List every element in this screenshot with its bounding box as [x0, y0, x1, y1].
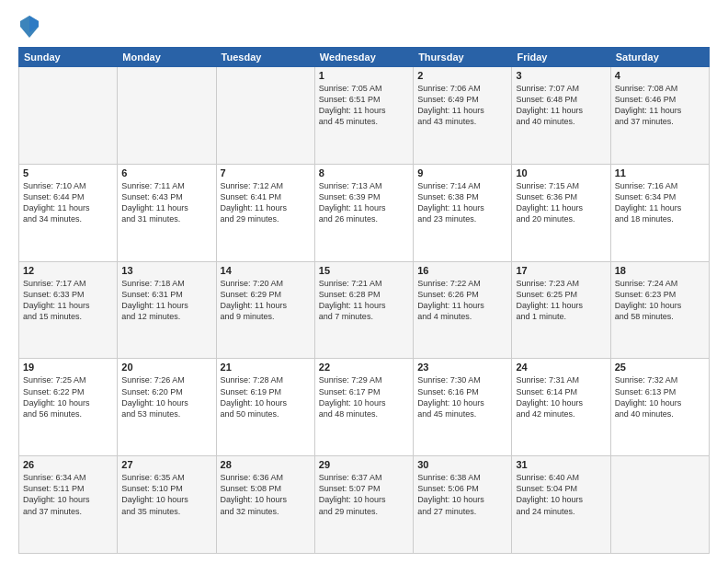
day-number: 31	[516, 459, 606, 470]
calendar-cell: 26Sunrise: 6:34 AM Sunset: 5:11 PM Dayli…	[19, 456, 118, 554]
day-info: Sunrise: 7:07 AM Sunset: 6:48 PM Dayligh…	[516, 83, 606, 128]
day-info: Sunrise: 7:30 AM Sunset: 6:16 PM Dayligh…	[417, 374, 507, 419]
calendar-cell: 11Sunrise: 7:16 AM Sunset: 6:34 PM Dayli…	[610, 164, 709, 261]
day-info: Sunrise: 7:11 AM Sunset: 6:43 PM Dayligh…	[121, 180, 211, 225]
logo-icon	[18, 14, 40, 40]
weekday-header-monday: Monday	[118, 48, 216, 67]
day-info: Sunrise: 6:37 AM Sunset: 5:07 PM Dayligh…	[319, 472, 409, 517]
calendar-cell: 25Sunrise: 7:32 AM Sunset: 6:13 PM Dayli…	[610, 359, 709, 456]
day-info: Sunrise: 7:21 AM Sunset: 6:28 PM Dayligh…	[319, 278, 409, 323]
day-info: Sunrise: 7:16 AM Sunset: 6:34 PM Dayligh…	[615, 180, 705, 225]
day-number: 8	[319, 167, 409, 178]
calendar-cell: 28Sunrise: 6:36 AM Sunset: 5:08 PM Dayli…	[216, 456, 314, 554]
day-number: 26	[23, 459, 113, 470]
day-number: 16	[417, 265, 507, 276]
day-info: Sunrise: 7:23 AM Sunset: 6:25 PM Dayligh…	[516, 278, 606, 323]
calendar-cell	[19, 67, 118, 165]
day-info: Sunrise: 7:29 AM Sunset: 6:17 PM Dayligh…	[319, 374, 409, 419]
day-info: Sunrise: 7:20 AM Sunset: 6:29 PM Dayligh…	[221, 278, 311, 323]
calendar-cell: 22Sunrise: 7:29 AM Sunset: 6:17 PM Dayli…	[314, 359, 413, 456]
day-info: Sunrise: 7:17 AM Sunset: 6:33 PM Dayligh…	[23, 278, 113, 323]
calendar-table: SundayMondayTuesdayWednesdayThursdayFrid…	[18, 47, 710, 554]
calendar-cell: 3Sunrise: 7:07 AM Sunset: 6:48 PM Daylig…	[512, 67, 610, 165]
calendar-cell: 16Sunrise: 7:22 AM Sunset: 6:26 PM Dayli…	[414, 261, 512, 359]
calendar-cell: 6Sunrise: 7:11 AM Sunset: 6:43 PM Daylig…	[118, 164, 216, 261]
week-row-1: 1Sunrise: 7:05 AM Sunset: 6:51 PM Daylig…	[19, 67, 710, 165]
day-info: Sunrise: 6:36 AM Sunset: 5:08 PM Dayligh…	[221, 472, 311, 517]
calendar-cell: 21Sunrise: 7:28 AM Sunset: 6:19 PM Dayli…	[216, 359, 314, 456]
weekday-header-row: SundayMondayTuesdayWednesdayThursdayFrid…	[19, 48, 710, 67]
day-number: 28	[221, 459, 311, 470]
week-row-3: 12Sunrise: 7:17 AM Sunset: 6:33 PM Dayli…	[19, 261, 710, 359]
day-number: 18	[615, 265, 705, 276]
calendar-cell: 29Sunrise: 6:37 AM Sunset: 5:07 PM Dayli…	[314, 456, 413, 554]
calendar-cell: 23Sunrise: 7:30 AM Sunset: 6:16 PM Dayli…	[414, 359, 512, 456]
day-number: 27	[121, 459, 211, 470]
day-number: 12	[23, 265, 113, 276]
day-number: 3	[516, 70, 606, 81]
day-info: Sunrise: 7:25 AM Sunset: 6:22 PM Dayligh…	[23, 374, 113, 419]
calendar-cell: 15Sunrise: 7:21 AM Sunset: 6:28 PM Dayli…	[314, 261, 413, 359]
page: SundayMondayTuesdayWednesdayThursdayFrid…	[0, 0, 728, 563]
day-number: 1	[319, 70, 409, 81]
calendar-cell	[216, 67, 314, 165]
day-info: Sunrise: 7:31 AM Sunset: 6:14 PM Dayligh…	[516, 374, 606, 419]
calendar-cell	[610, 456, 709, 554]
day-info: Sunrise: 6:38 AM Sunset: 5:06 PM Dayligh…	[417, 472, 507, 517]
calendar-cell: 18Sunrise: 7:24 AM Sunset: 6:23 PM Dayli…	[610, 261, 709, 359]
calendar-cell	[118, 67, 216, 165]
day-info: Sunrise: 7:08 AM Sunset: 6:46 PM Dayligh…	[615, 83, 705, 128]
day-number: 2	[417, 70, 507, 81]
day-number: 22	[319, 362, 409, 373]
day-number: 5	[23, 167, 113, 178]
day-info: Sunrise: 7:18 AM Sunset: 6:31 PM Dayligh…	[121, 278, 211, 323]
day-number: 6	[121, 167, 211, 178]
week-row-4: 19Sunrise: 7:25 AM Sunset: 6:22 PM Dayli…	[19, 359, 710, 456]
day-info: Sunrise: 7:10 AM Sunset: 6:44 PM Dayligh…	[23, 180, 113, 225]
calendar-cell: 24Sunrise: 7:31 AM Sunset: 6:14 PM Dayli…	[512, 359, 610, 456]
calendar-cell: 4Sunrise: 7:08 AM Sunset: 6:46 PM Daylig…	[610, 67, 709, 165]
calendar-cell: 20Sunrise: 7:26 AM Sunset: 6:20 PM Dayli…	[118, 359, 216, 456]
weekday-header-thursday: Thursday	[414, 48, 512, 67]
day-number: 23	[417, 362, 507, 373]
week-row-5: 26Sunrise: 6:34 AM Sunset: 5:11 PM Dayli…	[19, 456, 710, 554]
weekday-header-wednesday: Wednesday	[314, 48, 413, 67]
calendar-cell: 19Sunrise: 7:25 AM Sunset: 6:22 PM Dayli…	[19, 359, 118, 456]
calendar-cell: 17Sunrise: 7:23 AM Sunset: 6:25 PM Dayli…	[512, 261, 610, 359]
day-info: Sunrise: 6:35 AM Sunset: 5:10 PM Dayligh…	[121, 472, 211, 517]
calendar-cell: 2Sunrise: 7:06 AM Sunset: 6:49 PM Daylig…	[414, 67, 512, 165]
calendar-cell: 27Sunrise: 6:35 AM Sunset: 5:10 PM Dayli…	[118, 456, 216, 554]
day-number: 11	[615, 167, 705, 178]
day-number: 15	[319, 265, 409, 276]
day-info: Sunrise: 7:05 AM Sunset: 6:51 PM Dayligh…	[319, 83, 409, 128]
day-number: 14	[221, 265, 311, 276]
day-info: Sunrise: 7:13 AM Sunset: 6:39 PM Dayligh…	[319, 180, 409, 225]
day-info: Sunrise: 7:28 AM Sunset: 6:19 PM Dayligh…	[221, 374, 311, 419]
day-number: 10	[516, 167, 606, 178]
day-info: Sunrise: 7:26 AM Sunset: 6:20 PM Dayligh…	[121, 374, 211, 419]
day-number: 24	[516, 362, 606, 373]
calendar-cell: 5Sunrise: 7:10 AM Sunset: 6:44 PM Daylig…	[19, 164, 118, 261]
weekday-header-friday: Friday	[512, 48, 610, 67]
day-number: 19	[23, 362, 113, 373]
day-info: Sunrise: 7:15 AM Sunset: 6:36 PM Dayligh…	[516, 180, 606, 225]
day-info: Sunrise: 7:32 AM Sunset: 6:13 PM Dayligh…	[615, 374, 705, 419]
day-info: Sunrise: 7:22 AM Sunset: 6:26 PM Dayligh…	[417, 278, 507, 323]
day-number: 20	[121, 362, 211, 373]
day-number: 7	[221, 167, 311, 178]
week-row-2: 5Sunrise: 7:10 AM Sunset: 6:44 PM Daylig…	[19, 164, 710, 261]
day-number: 4	[615, 70, 705, 81]
calendar-cell: 31Sunrise: 6:40 AM Sunset: 5:04 PM Dayli…	[512, 456, 610, 554]
day-info: Sunrise: 7:06 AM Sunset: 6:49 PM Dayligh…	[417, 83, 507, 128]
calendar-cell: 13Sunrise: 7:18 AM Sunset: 6:31 PM Dayli…	[118, 261, 216, 359]
logo	[18, 14, 44, 40]
calendar-cell: 8Sunrise: 7:13 AM Sunset: 6:39 PM Daylig…	[314, 164, 413, 261]
day-info: Sunrise: 6:34 AM Sunset: 5:11 PM Dayligh…	[23, 472, 113, 517]
calendar-cell: 12Sunrise: 7:17 AM Sunset: 6:33 PM Dayli…	[19, 261, 118, 359]
weekday-header-sunday: Sunday	[19, 48, 118, 67]
day-number: 17	[516, 265, 606, 276]
calendar-cell: 10Sunrise: 7:15 AM Sunset: 6:36 PM Dayli…	[512, 164, 610, 261]
calendar-cell: 14Sunrise: 7:20 AM Sunset: 6:29 PM Dayli…	[216, 261, 314, 359]
day-info: Sunrise: 7:12 AM Sunset: 6:41 PM Dayligh…	[221, 180, 311, 225]
day-info: Sunrise: 7:24 AM Sunset: 6:23 PM Dayligh…	[615, 278, 705, 323]
